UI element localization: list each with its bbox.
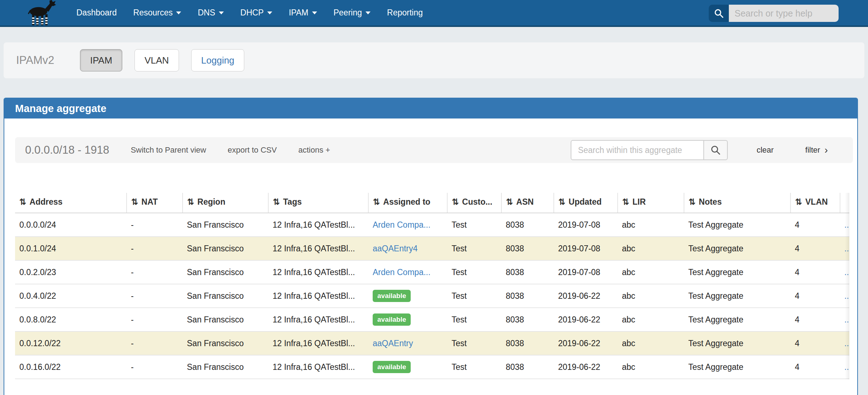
sort-icon: ⇅ [273,197,280,206]
cell-notes: Test Aggregate [684,331,791,355]
clipped-link[interactable]: ... [844,220,849,229]
switch-parent-view-link[interactable]: Switch to Parent view [131,145,206,155]
cell-vlan: 4 [791,331,840,355]
clipped-link[interactable]: ... [844,291,849,301]
cell-customer: Test [447,308,501,331]
cell-clipped: ... [840,355,849,379]
cell-region: San Franscisco [183,355,268,379]
cell-updated: 2019-07-08 [554,213,618,237]
clipped-link[interactable]: ... [844,244,849,253]
cell-assigned-to: available [368,284,447,308]
cell-notes: Test Aggregate [684,213,791,237]
chevron-down-icon [219,11,224,14]
clipped-link[interactable]: ... [844,268,849,277]
cell-lir: abc [618,331,684,355]
column-header-vlan[interactable]: ⇅VLAN [791,193,840,213]
clipped-link[interactable]: ... [844,362,849,372]
clipped-link[interactable]: ... [844,339,849,348]
cell-tags: 12 Infra,16 QATestBl... [268,284,368,308]
nav-item-dns[interactable]: DNS [189,0,232,26]
column-header-assigned-to[interactable]: ⇅Assigned to [368,193,447,213]
cell-address: 0.0.4.0/22 [15,284,127,308]
assigned-to-link[interactable]: Arden Compa... [373,268,430,277]
cell-region: San Franscisco [183,284,268,308]
actions-menu-link[interactable]: actions + [298,145,330,155]
view-tabs: IPAMVLANLogging [80,49,244,71]
sort-icon: ⇅ [19,197,26,206]
aggregate-table-wrap: ⇅Address⇅NAT⇅Region⇅Tags⇅Assigned to⇅Cus… [15,193,849,379]
nav-item-dashboard[interactable]: Dashboard [68,0,125,26]
column-header-clipped [840,193,849,213]
cell-assigned-to: Arden Compa... [368,213,447,237]
column-header-updated[interactable]: ⇅Updated [554,193,618,213]
table-header-row: ⇅Address⇅NAT⇅Region⇅Tags⇅Assigned to⇅Cus… [15,193,849,213]
cell-customer: Test [447,213,501,237]
tab-logging[interactable]: Logging [191,49,245,71]
cell-region: San Franscisco [183,260,268,284]
page-title: IPAMv2 [16,54,54,67]
column-label: Address [29,197,62,206]
cell-asn: 8038 [501,331,554,355]
cell-tags: 12 Infra,16 QATestBl... [268,260,368,284]
cell-nat: - [127,308,183,331]
nav-item-resources[interactable]: Resources [125,0,190,26]
column-header-lir[interactable]: ⇅LIR [618,193,684,213]
column-header-nat[interactable]: ⇅NAT [127,193,183,213]
okapi-logo[interactable] [19,0,61,26]
nav-item-reporting[interactable]: Reporting [379,0,431,26]
cell-assigned-to: aaQAEntry4 [368,237,447,260]
sort-icon: ⇅ [689,197,695,206]
cell-customer: Test [447,260,501,284]
sort-icon: ⇅ [187,197,194,206]
global-search [709,5,839,22]
nav-item-peering[interactable]: Peering [325,0,379,26]
tab-vlan[interactable]: VLAN [135,49,179,71]
column-header-asn[interactable]: ⇅ASN [501,193,554,213]
column-label: NAT [141,197,158,206]
aggregate-search-input[interactable] [571,140,704,160]
chevron-down-icon [267,11,272,14]
aggregate-toolbar: 0.0.0.0/18 - 1918 Switch to Parent view … [15,137,853,163]
global-search-button[interactable] [709,5,729,22]
search-icon [714,8,724,18]
clipped-link[interactable]: ... [844,315,849,324]
column-header-region[interactable]: ⇅Region [183,193,268,213]
aggregate-title: 0.0.0.0/18 - 1918 [25,144,109,157]
cell-asn: 8038 [501,308,554,331]
column-header-custo-[interactable]: ⇅Custo... [447,193,501,213]
tab-ipam[interactable]: IPAM [80,49,122,71]
column-header-tags[interactable]: ⇅Tags [268,193,368,213]
nav-menu: DashboardResourcesDNSDHCPIPAMPeeringRepo… [68,0,431,26]
cell-customer: Test [447,237,501,260]
filter-button[interactable]: filter › [805,144,828,156]
cell-notes: Test Aggregate [684,237,791,260]
cell-notes: Test Aggregate [684,260,791,284]
cell-customer: Test [447,355,501,379]
column-label: Notes [699,197,722,206]
cell-tags: 12 Infra,16 QATestBl... [268,237,368,260]
table-row: 0.0.1.0/24-San Franscisco12 Infra,16 QAT… [15,237,849,260]
cell-asn: 8038 [501,284,554,308]
column-label: LIR [632,197,646,206]
assigned-to-link[interactable]: aaQAEntry4 [373,244,418,253]
assigned-to-link[interactable]: Arden Compa... [373,220,430,229]
clear-button[interactable]: clear [756,145,774,155]
column-header-notes[interactable]: ⇅Notes [684,193,791,213]
cell-assigned-to: aaQAEntry [368,331,447,355]
cell-notes: Test Aggregate [684,284,791,308]
sort-icon: ⇅ [795,197,802,206]
assigned-to-link[interactable]: aaQAEntry [373,339,413,348]
cell-tags: 12 Infra,16 QATestBl... [268,213,368,237]
export-csv-link[interactable]: export to CSV [228,145,277,155]
global-search-input[interactable] [729,5,839,22]
cell-tags: 12 Infra,16 QATestBl... [268,331,368,355]
nav-item-ipam[interactable]: IPAM [280,0,325,26]
cell-notes: Test Aggregate [684,308,791,331]
nav-item-dhcp[interactable]: DHCP [232,0,280,26]
aggregate-search-button[interactable] [704,140,728,160]
chevron-down-icon [312,11,317,14]
column-header-address[interactable]: ⇅Address [15,193,127,213]
cell-region: San Franscisco [183,331,268,355]
cell-vlan: 4 [791,260,840,284]
chevron-down-icon [365,11,371,14]
